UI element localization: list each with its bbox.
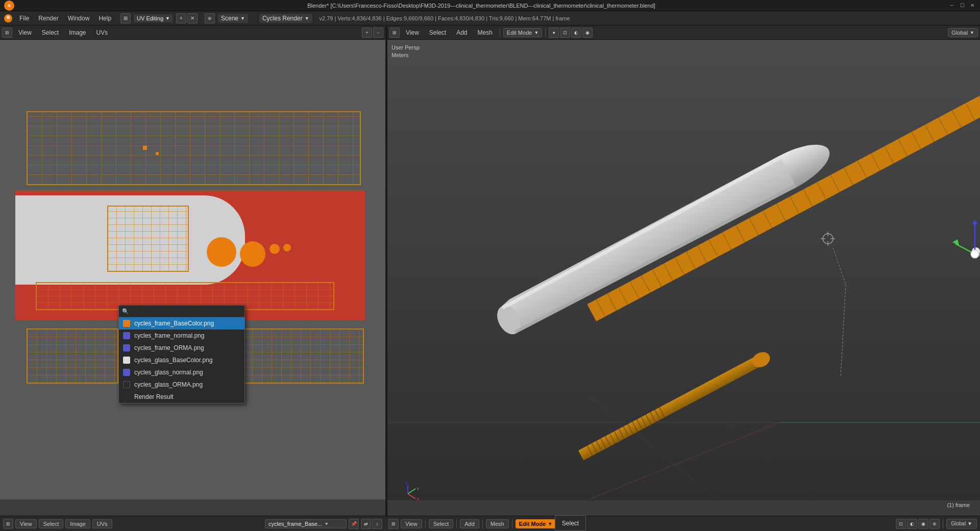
viewport-mesh-btn[interactable]: Mesh bbox=[474, 28, 497, 37]
menu-help[interactable]: Help bbox=[94, 14, 115, 23]
dropdown-item-4[interactable]: cycles_glass_normal.png bbox=[119, 366, 244, 378]
shading-3[interactable]: ◉ bbox=[918, 519, 928, 529]
uv-image-btn[interactable]: Image bbox=[65, 28, 90, 37]
viewport-svg bbox=[387, 40, 980, 500]
workspace-del-btn[interactable]: ✕ bbox=[187, 13, 198, 23]
svg-point-1 bbox=[8, 4, 11, 7]
status-edit-label: Edit Mode bbox=[519, 521, 546, 527]
swatch-1 bbox=[123, 332, 130, 339]
scene-dropdown-icon: ▼ bbox=[240, 16, 245, 21]
viewport-3d: ⊞ View Select Add Mesh Edit Mode ▼ ● ⊡ ◐… bbox=[387, 26, 980, 531]
search-icon: 🔍 bbox=[122, 308, 129, 315]
viewport-canvas[interactable]: User Persp Meters X Y Z (1) frame bbox=[387, 40, 980, 516]
scene-selector[interactable]: Scene ▼ bbox=[218, 14, 248, 23]
dropdown-item-5[interactable]: cycles_glass_ORMA.png bbox=[119, 378, 244, 391]
viewport-status-mesh[interactable]: Mesh bbox=[486, 519, 509, 528]
swatch-0 bbox=[123, 320, 130, 327]
frame-label: (1) frame bbox=[947, 502, 970, 508]
swatch-6 bbox=[123, 393, 130, 400]
rendered-view-btn[interactable]: ◉ bbox=[582, 28, 593, 38]
swatch-3 bbox=[123, 357, 130, 364]
render-engine-label: Cycles Render bbox=[262, 15, 303, 22]
viewport-overlay-perspective: User Persp Meters bbox=[391, 44, 420, 60]
solid-view-btn[interactable]: ● bbox=[549, 28, 559, 38]
divider-2 bbox=[545, 28, 546, 37]
blender-icon bbox=[4, 1, 14, 11]
uv-view-btn[interactable]: View bbox=[14, 28, 36, 37]
dropdown-item-0[interactable]: cycles_frame_BaseColor.png bbox=[119, 317, 244, 330]
uv-mark-1 bbox=[143, 146, 147, 150]
shading-2[interactable]: ◐ bbox=[907, 519, 917, 529]
search-input[interactable] bbox=[131, 308, 241, 315]
maximize-button[interactable]: ☐ bbox=[959, 2, 966, 9]
viewport-select-btn[interactable]: Select bbox=[425, 28, 450, 37]
svg-text:X: X bbox=[416, 497, 420, 501]
info-bar: v2.79 | Verts:4,836/4,836 | Edges:9,660/… bbox=[315, 15, 978, 21]
uv-zoom-in[interactable]: + bbox=[362, 28, 372, 38]
svg-point-3 bbox=[7, 15, 10, 19]
main-area: ⊞ View Select Image UVs + − bbox=[0, 26, 980, 531]
blender-menu-icon[interactable] bbox=[2, 12, 14, 24]
transform-global[interactable]: Global ▼ bbox=[946, 519, 977, 529]
workspace-icon[interactable]: ⊞ bbox=[120, 13, 131, 23]
viewport-add-btn[interactable]: Add bbox=[452, 28, 471, 37]
svg-text:Z: Z bbox=[405, 481, 408, 485]
title-bar: Blender* [C:\Users\Francesco-Fisso\Deskt… bbox=[0, 0, 980, 11]
render-engine-icon: ▼ bbox=[305, 16, 309, 21]
workspace-label: UV Editing bbox=[137, 15, 163, 21]
select-button[interactable]: Select bbox=[555, 515, 586, 531]
workspace-add-btn[interactable]: + bbox=[176, 13, 186, 23]
uv-strip-top bbox=[27, 111, 361, 185]
viewport-status-select[interactable]: Select bbox=[429, 519, 454, 528]
svg-text:Y: Y bbox=[416, 487, 420, 491]
menu-render[interactable]: Render bbox=[34, 14, 62, 23]
uv-zoom-out[interactable]: − bbox=[373, 28, 383, 38]
menu-bar: File Render Window Help ⊞ UV Editing ▼ +… bbox=[0, 11, 980, 26]
select-button-label: Select bbox=[562, 520, 579, 527]
edit-mode-dropdown[interactable]: Edit Mode ▼ bbox=[503, 28, 542, 37]
view3d-icon[interactable]: ⊕ bbox=[205, 13, 215, 23]
status-divider-1 bbox=[425, 519, 426, 528]
uv-editor-icon[interactable]: ⊞ bbox=[2, 28, 12, 38]
menu-file[interactable]: File bbox=[15, 14, 33, 23]
dropdown-item-2[interactable]: cycles_frame_ORMA.png bbox=[119, 342, 244, 354]
perspective-label: User Persp bbox=[391, 44, 420, 52]
uv-editor: ⊞ View Select Image UVs + − bbox=[0, 26, 385, 531]
global-mode[interactable]: Global ▼ bbox=[948, 28, 978, 37]
viewport-status-icon[interactable]: ⊞ bbox=[388, 519, 399, 529]
uv-select-btn[interactable]: Select bbox=[38, 28, 63, 37]
status-divider-4 bbox=[512, 519, 512, 528]
viewport-icon[interactable]: ⊞ bbox=[389, 28, 400, 38]
minimize-button[interactable]: ─ bbox=[948, 2, 955, 9]
status-mode-chevron: ▼ bbox=[548, 521, 552, 526]
dropdown-item-label-1: cycles_frame_normal.png bbox=[134, 332, 204, 339]
wire-view-btn[interactable]: ⊡ bbox=[560, 28, 570, 38]
shading-4[interactable]: ⊕ bbox=[929, 519, 940, 529]
render-engine-selector[interactable]: Cycles Render ▼ bbox=[259, 14, 312, 23]
material-view-btn[interactable]: ◐ bbox=[571, 28, 581, 38]
status-divider-3 bbox=[482, 519, 483, 528]
viewport-status-view[interactable]: View bbox=[401, 519, 422, 528]
status-edit-mode[interactable]: Edit Mode ▼ bbox=[516, 519, 556, 528]
workspace-dropdown-icon: ▼ bbox=[165, 16, 170, 21]
workspace-selector[interactable]: UV Editing ▼ bbox=[134, 14, 173, 22]
dropdown-item-label-5: cycles_glass_ORMA.png bbox=[134, 381, 203, 388]
viewport-view-btn[interactable]: View bbox=[402, 28, 423, 37]
svg-line-81 bbox=[408, 494, 415, 499]
dropdown-item-label-3: cycles_glass_BaseColor.png bbox=[134, 357, 212, 364]
workspace-icon-group: ⊞ bbox=[120, 13, 131, 23]
dropdown-item-6[interactable]: Render Result bbox=[119, 391, 244, 403]
dropdown-item-3[interactable]: cycles_glass_BaseColor.png bbox=[119, 354, 244, 366]
close-button[interactable]: ✕ bbox=[969, 2, 976, 9]
viewport-status-add[interactable]: Add bbox=[460, 519, 479, 528]
swatch-4 bbox=[123, 369, 130, 376]
uv-uvs-btn[interactable]: UVs bbox=[92, 28, 112, 37]
dropdown-item-1[interactable]: cycles_frame_normal.png bbox=[119, 330, 244, 342]
shading-1[interactable]: ⊡ bbox=[896, 519, 906, 529]
uv-circle-2 bbox=[240, 241, 265, 267]
dropdown-item-label-0: cycles_frame_BaseColor.png bbox=[134, 320, 214, 327]
svg-line-83 bbox=[408, 489, 415, 494]
menu-window[interactable]: Window bbox=[64, 14, 94, 23]
edit-mode-label: Edit Mode bbox=[507, 30, 532, 36]
dropdown-search-row: 🔍 bbox=[119, 306, 244, 317]
